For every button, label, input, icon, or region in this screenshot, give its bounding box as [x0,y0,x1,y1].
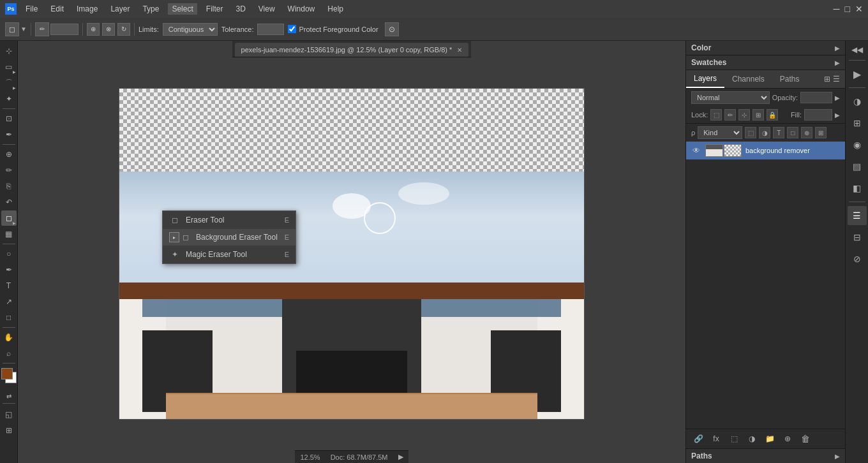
panel-adjustments-icon[interactable]: ◧ [848,179,867,198]
paths-panel-header[interactable]: Paths ▶ [686,448,845,463]
tolerance-input[interactable]: 22% [257,24,284,35]
sample-color-btn[interactable]: ⊙ [385,22,399,36]
context-bg-eraser-tool[interactable]: ▸ ◻ Background Eraser Tool E [163,229,296,246]
new-layer-btn[interactable]: ⊕ [781,432,795,446]
blend-mode-select[interactable]: Normal [691,91,770,104]
window-menu[interactable]: Window [284,3,319,15]
limits-select[interactable]: Contiguous [163,23,218,36]
filter-menu[interactable]: Filter [202,3,227,15]
tolerance-label: Tolerance: [221,26,254,33]
lock-artboard-btn[interactable]: ⊞ [752,109,764,121]
minimize-button[interactable]: ─ [834,4,840,14]
filter-adjustment-btn[interactable]: ◑ [759,127,770,138]
zoom-tool[interactable]: ⌕ [1,346,17,361]
paths-panel-title: Paths [691,452,712,460]
tab-paths[interactable]: Paths [772,71,807,87]
new-fill-btn[interactable]: ◑ [745,432,759,446]
swatches-panel-header[interactable]: Swatches ▶ [686,55,845,70]
maximize-button[interactable]: □ [845,4,850,14]
panel-color-icon[interactable]: ◑ [848,92,867,111]
panel-play-btn[interactable]: ▶ [848,64,867,84]
filter-shape-btn[interactable]: □ [787,127,798,138]
context-magic-eraser-tool[interactable]: ✦ Magic Eraser Tool E [163,246,296,263]
filter-group-btn[interactable]: ⊞ [815,127,827,138]
filter-pixels-btn[interactable]: ⬚ [745,127,756,138]
history-brush-tool[interactable]: ↶ [1,195,17,210]
move-tool[interactable]: ⊹ [1,43,17,59]
hand-tool[interactable]: ✋ [1,330,17,345]
heal-tool[interactable]: ⊕ [1,147,17,162]
expand-panel-btn[interactable]: ◀◀ [848,43,867,56]
type-menu[interactable]: Type [138,3,163,15]
selection-tool[interactable]: ▭▶ [1,59,17,75]
layer-thumbnail-container [705,144,742,157]
quick-mask[interactable]: ◱ [1,407,17,422]
filter-type-btn[interactable]: T [773,127,784,138]
gradient-tool[interactable]: ▦ [1,226,17,242]
path-select-tool[interactable]: ↗ [1,294,17,309]
brush-tool[interactable]: ✏ [1,163,17,178]
color-panel-header[interactable]: Color ▶ [686,41,845,55]
add-mask-btn[interactable]: ⬚ [727,432,741,446]
new-group-btn[interactable]: 📁 [763,432,777,446]
titlebar: Ps File Edit Image Layer Type Select Fil… [0,0,868,18]
context-eraser-tool[interactable]: ◻ Eraser Tool E [163,211,296,229]
scroll-right-btn[interactable]: ▶ [398,453,403,461]
panel-paths-icon[interactable]: ⊘ [848,249,867,268]
magic-wand-tool[interactable]: ✦ [1,91,17,107]
link-layers-btn[interactable]: 🔗 [691,432,705,446]
lock-pixels-btn[interactable]: ⬚ [710,109,722,121]
lock-all-btn[interactable]: 🔒 [767,109,778,121]
help-menu[interactable]: Help [324,3,347,15]
3d-menu[interactable]: 3D [232,3,249,15]
magic-eraser-label: Magic Eraser Tool [186,250,247,259]
layers-panel-menu[interactable]: ☰ [833,75,840,84]
layer-effects-btn[interactable]: fx [709,432,723,446]
panel-learn-icon[interactable]: ◉ [848,135,867,154]
filter-smart-btn[interactable]: ⊕ [801,127,812,138]
panel-swatches-icon[interactable]: ⊞ [848,114,867,133]
sample-options: ⊕ ⊗ ↻ [87,23,130,36]
panel-layers-icon[interactable]: ☰ [848,206,867,225]
image-menu[interactable]: Image [73,3,101,15]
eyedropper-tool[interactable]: ✒ [1,127,17,142]
document-tab[interactable]: pexels-juan-mendez-1536619.jpg @ 12.5% (… [235,43,469,57]
edit-menu[interactable]: Edit [47,3,68,15]
zoom-level: 12.5% [300,453,320,461]
layer-item[interactable]: 👁 background remover [686,142,845,159]
tab-bar: pexels-juan-mendez-1536619.jpg @ 12.5% (… [232,41,472,57]
layer-visibility-toggle[interactable]: 👁 [691,145,701,156]
clone-stamp-tool[interactable]: ⎘ [1,179,17,194]
swap-colors[interactable]: ⇄ [6,393,11,400]
tab-channels[interactable]: Channels [724,71,772,87]
tab-close[interactable]: ✕ [457,47,462,54]
file-menu[interactable]: File [22,3,41,15]
eraser-tool[interactable]: ◻▶ [1,210,17,226]
crop-tool[interactable]: ⊡ [1,111,17,126]
rectangle-tool[interactable]: □ [1,310,17,325]
canvas-scroll[interactable]: ◻ Eraser Tool E ▸ ◻ Background Eraser To… [119,57,585,450]
panel-libraries-icon[interactable]: ▤ [848,157,867,176]
opacity-input[interactable]: 100% [800,92,832,103]
kind-select[interactable]: Kind [698,126,742,139]
fg-color-swatch[interactable] [1,368,13,379]
lock-move-btn[interactable]: ⊹ [738,109,750,121]
tab-layers[interactable]: Layers [686,70,724,88]
screen-mode[interactable]: ⊞ [1,423,17,438]
panel-channels-icon[interactable]: ⊟ [848,228,867,247]
layer-menu[interactable]: Layer [107,3,133,15]
delete-layer-btn[interactable]: 🗑 [798,432,812,446]
fill-input[interactable]: 100% [804,109,832,121]
layers-list: 👁 background remover [686,142,845,429]
type-tool[interactable]: T [1,278,17,293]
lasso-tool[interactable]: ⌒▶ [1,75,17,91]
close-button[interactable]: ✕ [855,4,863,14]
pen-tool[interactable]: ✒ [1,262,17,277]
dodge-tool[interactable]: ○ [1,246,17,261]
brush-size-input[interactable]: 400 [50,24,79,35]
select-menu[interactable]: Select [168,3,197,15]
layers-panel-expand[interactable]: ⊞ [824,75,830,84]
protect-fg-checkbox[interactable] [288,25,296,33]
lock-paint-btn[interactable]: ✏ [724,109,736,121]
view-menu[interactable]: View [255,3,279,15]
